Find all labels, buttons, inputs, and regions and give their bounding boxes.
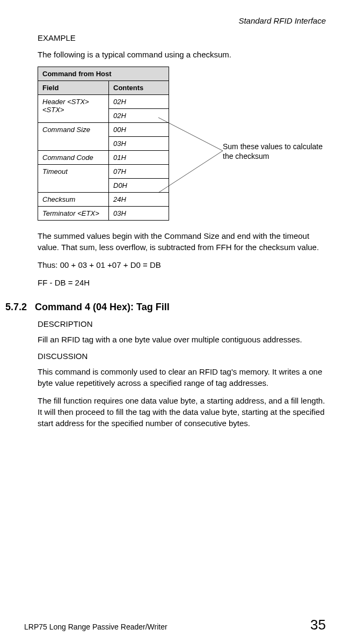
row-checksum-field: Checksum bbox=[38, 193, 109, 207]
disc-p1: This command is commonly used to clear a… bbox=[38, 366, 326, 389]
page-footer: LRP75 Long Range Passive Reader/Writer 3… bbox=[24, 617, 326, 633]
post-p2: Thus: 00 + 03 + 01 +07 + D0 = DB bbox=[38, 259, 326, 270]
row-cmdcode-field: Command Code bbox=[38, 151, 109, 165]
row-cmdsize-field: Command Size bbox=[38, 123, 109, 151]
row-header-field: Header <STX><STX> bbox=[38, 95, 109, 123]
row-timeout-c2: D0H bbox=[109, 179, 169, 193]
row-timeout-c1: 07H bbox=[109, 165, 169, 179]
row-checksum-c1: 24H bbox=[109, 193, 169, 207]
section-num: 5.7.2 bbox=[5, 302, 35, 313]
footer-page: 35 bbox=[310, 617, 326, 633]
desc-label: DESCRIPTION bbox=[38, 319, 326, 328]
desc-text: Fill an RFID tag with a one byte value o… bbox=[38, 334, 326, 345]
disc-p2: The fill function requires one data valu… bbox=[38, 395, 326, 429]
command-table: Command from Host Field Contents Header … bbox=[38, 67, 169, 221]
footer-doc: LRP75 Long Range Passive Reader/Writer bbox=[24, 623, 167, 631]
row-cmdsize-c1: 00H bbox=[109, 123, 169, 137]
page-header: Standard RFID Interface bbox=[38, 16, 326, 25]
row-header-c2: 02H bbox=[109, 109, 169, 123]
col-contents: Contents bbox=[109, 81, 169, 95]
row-timeout-field: Timeout bbox=[38, 165, 109, 193]
callout-text: Sum these values to calculate the checks… bbox=[223, 142, 330, 161]
section-heading: 5.7.2Command 4 (04 Hex): Tag Fill bbox=[5, 302, 326, 313]
post-p1: The summed values begin with the Command… bbox=[38, 230, 326, 253]
table-title: Command from Host bbox=[38, 67, 169, 81]
row-cmdsize-c2: 03H bbox=[109, 137, 169, 151]
disc-label: DISCUSSION bbox=[38, 352, 326, 361]
col-field: Field bbox=[38, 81, 109, 95]
row-header-c1: 02H bbox=[109, 95, 169, 109]
post-p3: FF - DB = 24H bbox=[38, 277, 326, 288]
section-title: Command 4 (04 Hex): Tag Fill bbox=[35, 302, 170, 312]
example-label: EXAMPLE bbox=[38, 33, 326, 42]
row-terminator-field: Terminator <ETX> bbox=[38, 207, 109, 221]
example-intro: The following is a typical command using… bbox=[38, 49, 326, 60]
row-cmdcode-c1: 01H bbox=[109, 151, 169, 165]
row-terminator-c1: 03H bbox=[109, 207, 169, 221]
